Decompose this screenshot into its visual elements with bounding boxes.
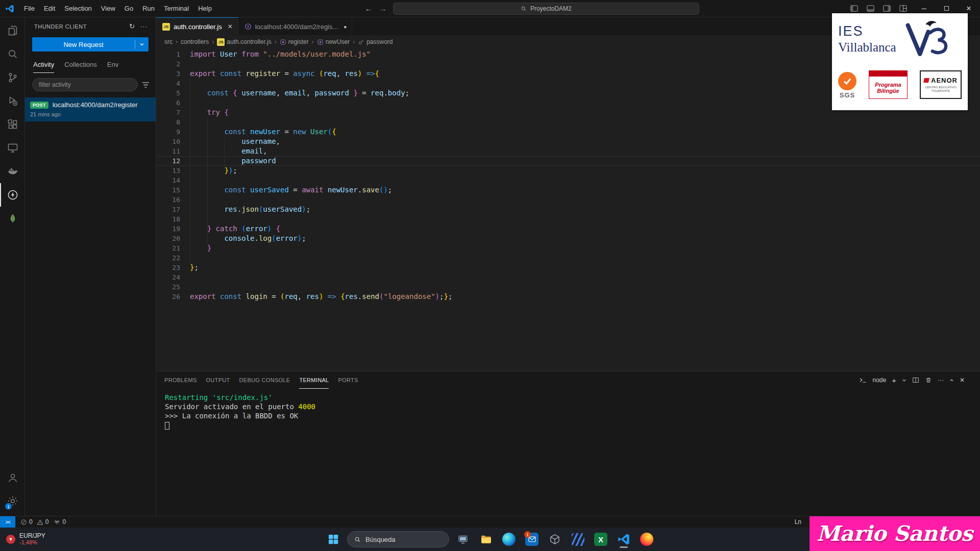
activity-bar-item-run-debug[interactable] (0, 89, 24, 113)
activity-bar-item-docker[interactable] (0, 160, 24, 183)
start-button[interactable] (324, 530, 342, 548)
nav-back-icon[interactable]: ← (361, 4, 376, 13)
activity-bar-item-search[interactable] (0, 42, 24, 66)
close-tab-icon[interactable]: ✕ (228, 23, 233, 30)
breadcrumb-item[interactable]: register (280, 38, 309, 45)
taskbar-icon-computer[interactable] (454, 530, 472, 548)
filter-icon[interactable] (142, 82, 150, 88)
search-icon (7, 48, 19, 60)
stripes-app-icon (572, 533, 584, 546)
activity-bar-item-mongodb[interactable] (0, 207, 24, 230)
menu-go[interactable]: Go (120, 3, 138, 15)
split-terminal-icon[interactable] (912, 377, 919, 384)
menu-selection[interactable]: Selection (60, 3, 96, 15)
taskbar-icon-stripes-app[interactable] (569, 530, 587, 548)
code-line[interactable]: 23}; (156, 263, 980, 272)
panel-tab-debug-console[interactable]: DEBUG CONSOLE (239, 371, 290, 389)
breadcrumb-item[interactable]: controllers (181, 38, 209, 45)
terminal[interactable]: Restarting 'src/index.js'Servidor activa… (156, 389, 980, 516)
taskbar-icon-dev-cube[interactable] (546, 530, 564, 548)
maximize-panel-icon[interactable] (949, 378, 954, 383)
breadcrumb-item[interactable]: src (164, 38, 173, 45)
panel-tab-ports[interactable]: PORTS (338, 371, 358, 389)
new-request-button[interactable]: New Request (32, 37, 149, 52)
cursor-position[interactable]: Ln (795, 518, 801, 525)
line-number: 3 (156, 69, 180, 79)
activity-bar-item-settings[interactable]: 1 (0, 489, 24, 513)
taskbar-icon-mail[interactable]: 1 (523, 530, 541, 548)
kill-terminal-icon[interactable] (925, 377, 932, 384)
activity-bar-item-source-control[interactable] (0, 66, 24, 89)
computer-icon (457, 533, 469, 545)
widgets-button[interactable]: ▼ EUR/JPY -1,48% (6, 533, 45, 546)
source-control-icon (7, 71, 19, 84)
code-line[interactable]: 26export const login = (req, res) => {re… (156, 292, 980, 302)
code-line[interactable]: 18 (156, 214, 980, 224)
code-line[interactable]: 10 username, (156, 137, 980, 146)
taskbar-icon-file-explorer[interactable] (477, 530, 495, 548)
code-line[interactable]: 22 (156, 253, 980, 263)
more-actions-icon[interactable]: ··· (140, 22, 148, 30)
panel-tab-terminal[interactable]: TERMINAL (299, 371, 329, 389)
refresh-icon[interactable]: ↻ (129, 22, 135, 30)
code-line[interactable]: 14 (156, 176, 980, 185)
breadcrumb-item[interactable]: newUser (317, 38, 350, 45)
menu-view[interactable]: View (96, 3, 120, 15)
sidebar-tab-activity[interactable]: Activity (33, 57, 54, 73)
panel-tab-problems[interactable]: PROBLEMS (164, 371, 197, 389)
code-line[interactable]: 19 } catch (error) { (156, 224, 980, 234)
code-line[interactable]: 9 const newUser = new User({ (156, 127, 980, 137)
breadcrumb-item[interactable]: JSauth.controller.js (217, 38, 271, 46)
request-history-item[interactable]: POST localhost:4000/dam2/register 21 min… (25, 97, 156, 121)
modified-dot-icon[interactable]: ● (344, 24, 347, 30)
breadcrumb-item[interactable]: password (358, 38, 393, 45)
code-text (180, 59, 190, 69)
line-number: 6 (156, 98, 180, 108)
command-center-search[interactable]: ProyectoDAM2 (393, 3, 699, 15)
code-line[interactable]: 13 }); (156, 166, 980, 176)
menu-terminal[interactable]: Terminal (159, 3, 193, 15)
panel-more-icon[interactable]: ··· (938, 377, 944, 384)
taskbar-icon-vscode[interactable] (615, 530, 633, 548)
taskbar-icon-firefox[interactable] (638, 530, 656, 548)
menu-file[interactable]: File (19, 3, 39, 15)
sidebar-tab-env[interactable]: Env (107, 57, 118, 73)
menu-edit[interactable]: Edit (39, 3, 60, 15)
menu-run[interactable]: Run (138, 3, 159, 15)
code-line[interactable]: 11 email, (156, 146, 980, 156)
code-line[interactable]: 12 password (156, 156, 980, 166)
panel-tab-output[interactable]: OUTPUT (206, 371, 230, 389)
code-line[interactable]: 24 (156, 272, 980, 282)
sidebar-tab-collections[interactable]: Collections (64, 57, 97, 73)
taskbar-search[interactable]: Búsqueda (347, 531, 449, 547)
code-line[interactable]: 15 const userSaved = await newUser.save(… (156, 185, 980, 195)
activity-bar-item-extensions[interactable] (0, 113, 24, 136)
code-text: email, (180, 146, 267, 156)
close-panel-icon[interactable]: ✕ (960, 377, 965, 384)
nav-forward-icon[interactable]: → (376, 4, 390, 13)
code-line[interactable]: 25 (156, 282, 980, 292)
new-terminal-icon[interactable]: + (892, 376, 896, 385)
taskbar-icon-excel[interactable]: X (592, 530, 610, 548)
search-icon (521, 6, 527, 12)
filter-activity-input[interactable] (32, 78, 138, 91)
ports-indicator[interactable]: 0 (54, 518, 66, 525)
remote-indicator[interactable]: >< (0, 516, 15, 528)
editor-tab-inactive[interactable]: localhost:4000/dam2/regis...● (238, 17, 353, 35)
activity-bar-item-thunder-client[interactable] (0, 183, 24, 207)
problems-indicator[interactable]: 0 0 (20, 518, 48, 525)
editor-tab-active[interactable]: JSauth.controller.js✕ (156, 17, 238, 35)
activity-bar-item-explorer[interactable] (0, 19, 24, 42)
vscode-logo-icon (0, 4, 19, 13)
code-line[interactable]: 21 } (156, 243, 980, 253)
terminal-dropdown-icon[interactable] (902, 378, 906, 383)
code-line[interactable]: 16 (156, 195, 980, 205)
chevron-down-icon[interactable] (135, 37, 149, 52)
activity-bar-item-account[interactable] (0, 466, 24, 489)
activity-bar-item-remote-explorer[interactable] (0, 136, 24, 160)
code-line[interactable]: 8 (156, 117, 980, 127)
code-line[interactable]: 17 res.json(userSaved); (156, 205, 980, 214)
menu-help[interactable]: Help (193, 3, 216, 15)
taskbar-icon-edge[interactable] (500, 530, 518, 548)
code-line[interactable]: 20 console.log(error); (156, 234, 980, 243)
